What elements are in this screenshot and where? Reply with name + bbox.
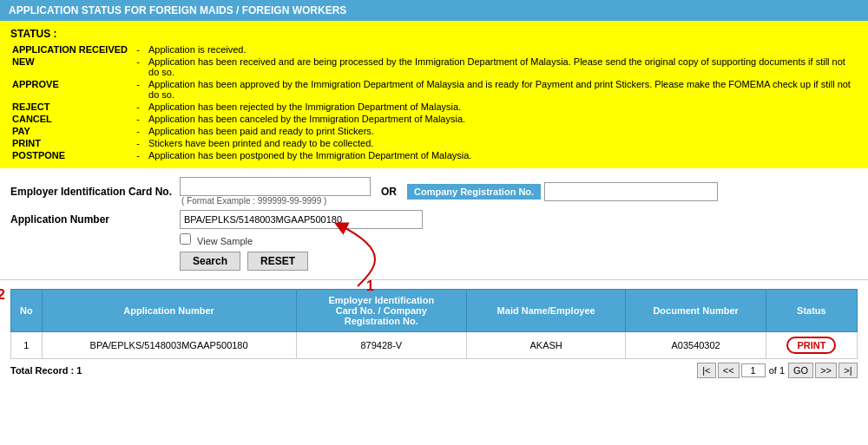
table-row: 1 BPA/EPLKS/5148003MGAAP500180 879428-V …	[11, 332, 858, 359]
status-key: CANCEL	[10, 113, 129, 125]
header-title: APPLICATION STATUS FOR FOREIGN MAIDS / F…	[9, 4, 346, 16]
status-value: Application has been paid and ready to p…	[147, 125, 858, 137]
status-row: PRINT - Stickers have been printed and r…	[10, 137, 858, 149]
pag-next-btn[interactable]: >>	[815, 363, 837, 378]
results-table: No Application Number Employer Identific…	[10, 289, 858, 359]
cell-maid-name: AKASH	[466, 332, 625, 359]
pagination-controls: |< << of 1 GO >> >|	[697, 363, 858, 378]
status-value: Stickers have been printed and ready to …	[147, 137, 858, 149]
employer-id-input[interactable]	[180, 177, 371, 196]
col-header-employer-id: Employer IdentificationCard No. / Compan…	[296, 290, 466, 332]
status-key: APPLICATION RECEIVED	[10, 43, 129, 56]
pag-page-input[interactable]	[741, 363, 766, 377]
status-key: NEW	[10, 56, 129, 78]
app-number-label: Application Number	[10, 213, 180, 226]
pag-first-btn[interactable]: |<	[697, 363, 716, 378]
col-header-status: Status	[766, 290, 857, 332]
status-row: CANCEL - Application has been canceled b…	[10, 113, 858, 125]
cell-no: 1	[11, 332, 43, 359]
status-dash: -	[129, 43, 147, 56]
employer-id-label: Employer Identification Card No.	[10, 186, 180, 198]
status-dash: -	[129, 101, 147, 113]
print-button[interactable]: PRINT	[786, 337, 836, 354]
col-header-doc-number: Document Number	[626, 290, 766, 332]
app-number-input[interactable]	[180, 210, 423, 229]
status-title: STATUS :	[10, 28, 858, 40]
page-header: APPLICATION STATUS FOR FOREIGN MAIDS / F…	[0, 0, 868, 21]
status-dash: -	[129, 137, 147, 149]
pag-last-btn[interactable]: >|	[838, 363, 858, 378]
status-dash: -	[129, 125, 147, 137]
table-header-row: No Application Number Employer Identific…	[11, 290, 858, 332]
status-section: STATUS : APPLICATION RECEIVED - Applicat…	[0, 21, 868, 168]
or-label: OR	[381, 186, 397, 198]
company-reg-input[interactable]	[544, 182, 718, 201]
col-header-no: No	[11, 290, 43, 332]
status-row: NEW - Application has been received and …	[10, 56, 858, 78]
form-section: Employer Identification Card No. ( Forma…	[0, 168, 868, 280]
cell-app-number: BPA/EPLKS/5148003MGAAP500180	[42, 332, 296, 359]
view-sample-row: View Sample	[180, 233, 858, 246]
col-header-maid-name: Maid Name/Employee	[466, 290, 625, 332]
status-row: APPROVE - Application has been approved …	[10, 78, 858, 101]
total-record: Total Record : 1	[10, 365, 82, 376]
status-value: Application has been approved by the Imm…	[147, 78, 858, 101]
pag-prev-btn[interactable]: <<	[718, 363, 740, 378]
status-key: PRINT	[10, 137, 129, 149]
view-sample-label: View Sample	[197, 236, 253, 246]
reset-button[interactable]: RESET	[247, 252, 308, 271]
cell-employer-id: 879428-V	[296, 332, 466, 359]
pag-go-btn[interactable]: GO	[788, 363, 813, 378]
search-button[interactable]: Search	[180, 252, 240, 271]
status-key: APPROVE	[10, 78, 129, 101]
status-value: Application has been rejected by the Imm…	[147, 101, 858, 113]
status-value: Application has been canceled by the Imm…	[147, 113, 858, 125]
status-value: Application is received.	[147, 43, 858, 56]
results-section: No Application Number Employer Identific…	[0, 280, 868, 387]
pagination-row: Total Record : 1 |< << of 1 GO >> >|	[10, 363, 858, 378]
status-value: Application has been received and are be…	[147, 56, 858, 78]
status-row: POSTPONE - Application has been postpone…	[10, 149, 858, 161]
status-value: Application has been postponed by the Im…	[147, 149, 858, 161]
status-dash: -	[129, 113, 147, 125]
status-key: POSTPONE	[10, 149, 129, 161]
cell-status: PRINT	[766, 332, 857, 359]
view-sample-checkbox[interactable]	[180, 233, 191, 245]
status-key: REJECT	[10, 101, 129, 113]
app-number-row: Application Number	[10, 210, 858, 229]
employer-id-hint: ( Format Example : 999999-99-9999 )	[181, 196, 371, 206]
cell-doc-number: A03540302	[626, 332, 766, 359]
col-header-app-number: Application Number	[42, 290, 296, 332]
company-reg-label: Company Registration No.	[407, 184, 541, 200]
employer-id-row: Employer Identification Card No. ( Forma…	[10, 177, 858, 206]
status-row: PAY - Application has been paid and read…	[10, 125, 858, 137]
status-table: APPLICATION RECEIVED - Application is re…	[10, 43, 858, 161]
status-row: REJECT - Application has been rejected b…	[10, 101, 858, 113]
status-dash: -	[129, 56, 147, 78]
status-dash: -	[129, 149, 147, 161]
status-dash: -	[129, 78, 147, 101]
pag-of-text: of 1	[769, 365, 785, 376]
button-row: Search RESET	[180, 252, 858, 271]
status-key: PAY	[10, 125, 129, 137]
status-row: APPLICATION RECEIVED - Application is re…	[10, 43, 858, 56]
